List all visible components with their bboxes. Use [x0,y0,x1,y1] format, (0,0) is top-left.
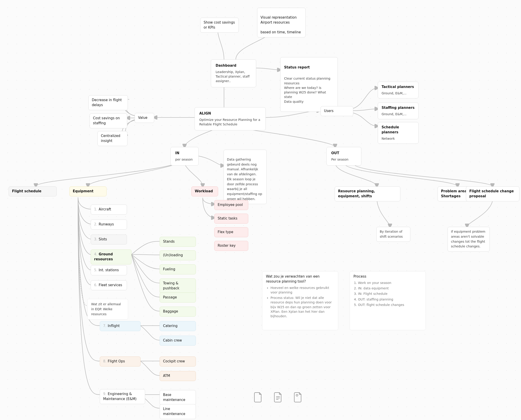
svg-point-0 [296,394,298,396]
eq-runways[interactable]: 2.Runways [91,219,127,230]
schedule-title: Schedule planners [382,125,415,135]
gr-pass[interactable]: Passage [160,292,196,302]
fo-atm[interactable]: ATM [160,371,196,381]
em-base[interactable]: Base maintenance [160,390,196,405]
tactical-body: Ground, E&M,... [382,91,415,96]
list-item: IN: data equipment [358,286,422,291]
process-list: Work on your seasonIN: data equipmentIN:… [353,281,422,307]
list-item: OUT: flight schedule changes [358,302,422,307]
eq-aircraft[interactable]: 1.Aircraft [91,205,127,215]
list-item: Work on your season [358,281,422,285]
process-panel[interactable]: Process Work on your seasonIN: data equi… [350,271,426,330]
eq-slots[interactable]: 3.Slots [91,234,127,244]
staffing-title: Staffing planners [382,105,415,110]
process-title: Process [353,274,422,279]
eqp-note: Wat zit er allemaal in EQP. Welke resour… [87,299,128,320]
workload-text: Workload [195,189,213,193]
rosterkey-node[interactable]: Roster key [214,241,248,251]
rpes-node[interactable]: Resource planning, equipment, shifts [335,187,400,201]
eq-intl[interactable]: 5.Int. stations [91,265,127,275]
inf-cabin[interactable]: Cabin crew [160,336,196,346]
ifeq-node[interactable]: If equipment problem areas aren't solvab… [447,227,490,252]
expect-panel[interactable]: Wat zou je verwachten van een resource p… [262,271,338,330]
schedule-node[interactable]: Schedule planners Network [378,122,418,144]
staffing-node[interactable]: Staffing planners Ground, E&M,... [378,103,418,119]
kpi-text: Show cost savings or KPIs [204,20,235,30]
list-item: IN: Flight schedule [358,292,422,296]
delays-node[interactable]: Decrease in flight delays [89,95,128,110]
gr-tow[interactable]: Towing & pushback [160,278,196,293]
dashboard-node[interactable]: Dashboard Leadership, Xplan, Tactical pl… [211,60,256,87]
visual-node[interactable]: Visual representation Airport resources … [257,8,306,38]
status-body: Clear current status planning resources … [284,76,334,104]
gr-stands[interactable]: Stands [160,237,196,247]
page-text-icon[interactable] [271,389,285,405]
visual-text: Visual representation Airport resources … [260,15,301,34]
page-gear-icon[interactable] [291,389,305,405]
in-body: per season [175,157,194,162]
expect-list: Hoeveel en welke resources gebruikt voor… [266,285,335,319]
value-node[interactable]: Value [135,113,154,123]
kpi-node[interactable]: Show cost savings or KPIs [200,18,239,33]
fschange-node[interactable]: Flight schedule change proposal [466,187,519,201]
rosterkey-text: Roster key [218,244,236,248]
list-item: OUT: staffing planning [358,297,422,302]
eq-fleet[interactable]: 6.Fleet services [91,280,127,290]
costsav-node[interactable]: Cost savings on staffing [89,113,127,128]
in-title: IN [175,151,194,156]
status-node[interactable]: Status report Clear current status plann… [280,57,338,112]
costsav-text: Cost savings on staffing [93,116,120,125]
align-title: ALIGN [199,111,261,116]
eq-em[interactable]: 9.Engineering & Maintenance (E&M) [100,389,145,404]
rpes-text: Resource planning, equipment, shifts [338,189,375,198]
equipment-text: Equipment [73,189,93,193]
gr-fuel[interactable]: Fueling [160,264,196,274]
delays-text: Decrease in flight delays [92,98,122,107]
flightsched-node[interactable]: Flight schedule [9,187,57,196]
eq-flightops[interactable]: 8.Flight Ops [100,357,141,367]
tactical-title: Tactical planners [382,85,415,90]
workload-node[interactable]: Workload [191,187,218,196]
list-item: Process status: Wil je niet dat alle res… [270,295,335,318]
tactical-node[interactable]: Tactical planners Ground, E&M,... [378,82,418,98]
value-text: Value [138,116,147,120]
schedule-body: Network [382,136,415,141]
out-title: OUT [331,151,357,156]
fschange-text: Flight schedule change proposal [469,189,514,198]
datagather-text: Data gathering gebeurd deels nog manual.… [227,158,262,201]
inf-catering[interactable]: Catering [160,321,196,331]
toolbar [251,389,305,405]
ifeq-text: If equipment problem areas aren't solvab… [451,230,485,248]
flextype-text: Flex type [218,230,233,234]
dashboard-body: Leadership, Xplan, Tactical planner, sta… [216,70,252,83]
eqp-note-text: Wat zit er allemaal in EQP. Welke resour… [91,302,121,316]
status-title: Status report [284,65,334,70]
users-node[interactable]: Users [320,106,353,116]
users-title: Users [324,109,334,113]
gr-bag[interactable]: Baggage [160,307,196,317]
equipment-node[interactable]: Equipment [69,187,107,196]
out-body: Per season [331,157,357,162]
page-blank-icon[interactable] [251,389,265,405]
flextype-node[interactable]: Flex type [214,227,248,237]
align-node[interactable]: ALIGN Optimize your Resource Planning fo… [194,107,266,130]
statictasks-text: Static tasks [218,216,237,220]
gr-unload[interactable]: (Un)loading [160,250,196,260]
iter-text: By iteration of shift scenarios [380,230,403,238]
em-line[interactable]: Line maintenance [160,404,196,419]
out-node[interactable]: OUT Per season [327,147,361,165]
statictasks-node[interactable]: Static tasks [214,214,248,224]
staffing-body: Ground, E&M,... [382,112,415,116]
emppool-node[interactable]: Employee pool [214,200,248,210]
fo-cockpit[interactable]: Cockpit crew [160,357,196,367]
flightsched-text: Flight schedule [12,189,42,193]
central-text: Centralized insight [101,134,120,143]
list-item: Hoeveel en welke resources gebruikt voor… [270,285,335,295]
eq-ground[interactable]: 4.Ground resources [91,249,132,264]
iter-node[interactable]: By iteration of shift scenarios [376,227,410,242]
central-node[interactable]: Centralized insight [97,131,127,146]
datagather-node[interactable]: Data gathering gebeurd deels nog manual.… [223,150,267,204]
eq-inflight[interactable]: 7.Inflight [100,321,141,331]
dashboard-title: Dashboard [216,63,252,68]
in-node[interactable]: IN per season [171,147,199,165]
